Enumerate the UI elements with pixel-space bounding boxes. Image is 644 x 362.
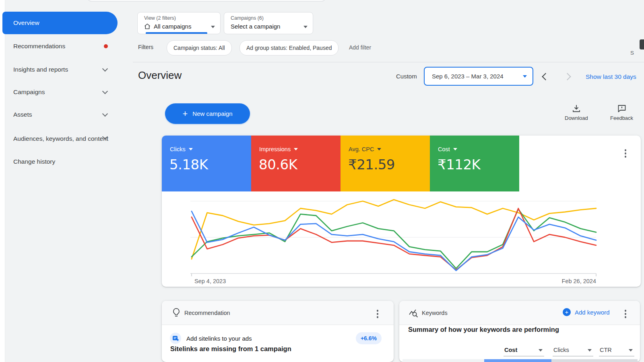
series-impressions xyxy=(192,208,596,270)
right-edge-icon[interactable] xyxy=(640,39,644,49)
metric-card-avg-cpc[interactable]: Avg. CPC ₹21.59 xyxy=(341,136,430,191)
metric-label: Clicks xyxy=(170,146,186,152)
metric-value: ₹21.59 xyxy=(348,156,395,173)
chevron-down-icon xyxy=(523,75,527,78)
add-keyword-button[interactable]: + Add keyword xyxy=(563,308,610,316)
chip-label: Ad group status: Enabled, Paused xyxy=(246,45,332,51)
chevron-down-icon xyxy=(453,148,457,150)
right-edge-label: S xyxy=(630,50,634,56)
keyword-performance-bar xyxy=(399,359,640,362)
new-campaign-button[interactable]: + New campaign xyxy=(165,103,250,124)
view-filter-label: View (2 filters) xyxy=(144,15,176,21)
feedback-label: Feedback xyxy=(610,115,633,121)
add-filter-button[interactable]: Add filter xyxy=(349,44,371,51)
metric-dropdown-ctr[interactable]: CTR xyxy=(599,345,634,356)
sidebar-item-overview[interactable]: Overview xyxy=(2,12,118,34)
sidebar-item-audiences-keywords-content[interactable]: Audiences, keywords, and content xyxy=(5,127,126,151)
metric-label: Impressions xyxy=(259,146,291,152)
sidebar-item-insights-and-reports[interactable]: Insights and reports xyxy=(5,62,126,77)
chevron-down-icon xyxy=(189,148,193,150)
view-filter-value: All campaigns xyxy=(144,23,191,30)
show-last-30-days-link[interactable]: Show last 30 days xyxy=(586,73,636,80)
sidebar-item-campaigns[interactable]: Campaigns xyxy=(5,84,126,100)
sidebar-item-label: Overview xyxy=(2,19,39,27)
keywords-card: Keywords + Add keyword Summary of how yo… xyxy=(399,301,640,362)
active-tab-indicator xyxy=(146,32,207,34)
date-range-picker[interactable]: Sep 6, 2023 – Mar 3, 2024 xyxy=(424,67,533,86)
topbar-fragment xyxy=(87,0,326,2)
uplift-badge: +6.6% xyxy=(356,332,382,344)
trend-line-chart: Sep 4, 2023 Feb 26, 2024 xyxy=(190,192,597,286)
download-label: Download xyxy=(565,115,588,121)
date-mode-label: Custom xyxy=(396,73,417,80)
download-button[interactable]: Download xyxy=(565,105,588,121)
dropdown-value: Cost xyxy=(504,347,517,353)
plus-circle-icon: + xyxy=(563,308,571,316)
download-icon xyxy=(572,105,581,113)
chevron-down-icon xyxy=(629,349,633,352)
x-axis-end-label: Feb 26, 2024 xyxy=(562,278,596,284)
metric-card-impressions[interactable]: Impressions 80.6K xyxy=(251,136,341,191)
dropdown-value: Clicks xyxy=(553,347,569,353)
filters-label: Filters xyxy=(138,44,153,50)
view-filter-select[interactable]: View (2 filters) All campaigns xyxy=(137,12,221,34)
sidebar-item-label: Campaigns xyxy=(13,88,45,96)
sidebar-item-assets[interactable]: Assets xyxy=(5,107,126,122)
recommendation-menu-button[interactable] xyxy=(375,308,380,320)
metric-value: 80.6K xyxy=(259,156,297,173)
x-axis-start-label: Sep 4, 2023 xyxy=(194,278,226,284)
dropdown-value: CTR xyxy=(600,347,612,353)
sidebar-item-label: Insights and reports xyxy=(13,66,68,73)
plus-icon: + xyxy=(182,110,188,118)
feedback-icon xyxy=(617,105,626,113)
metric-label: Cost xyxy=(438,146,450,152)
metric-strip: Clicks 5.18K Impressions 80.6K Avg. CPC … xyxy=(162,136,519,191)
keywords-menu-button[interactable] xyxy=(623,308,628,320)
metric-card-clicks[interactable]: Clicks 5.18K xyxy=(162,136,251,191)
keywords-performance-icon xyxy=(409,309,419,318)
home-icon xyxy=(144,23,151,29)
card-title: Keywords xyxy=(422,310,448,316)
sidebar-item-recommendations[interactable]: Recommendations xyxy=(5,39,126,54)
metric-dropdown-cost[interactable]: Cost xyxy=(504,345,544,356)
divider xyxy=(133,62,644,62)
campaign-select-value: Select a campaign xyxy=(231,23,280,30)
new-campaign-label: New campaign xyxy=(192,110,232,117)
previous-period-button[interactable] xyxy=(542,73,549,80)
next-period-button[interactable] xyxy=(564,73,571,80)
campaign-select[interactable]: Campaigns (6) Select a campaign xyxy=(224,12,313,34)
left-rail xyxy=(0,0,5,362)
series-cost xyxy=(192,209,596,269)
chevron-down-icon xyxy=(294,148,298,150)
date-range-value: Sep 6, 2023 – Mar 3, 2024 xyxy=(425,73,504,80)
sidebar-item-label: Recommendations xyxy=(13,43,65,50)
recommendation-item-title[interactable]: Add sitelinks to your ads xyxy=(186,335,252,342)
google-ads-overview-page: S Overview Recommendations Insights and … xyxy=(0,0,644,362)
recommendation-card: Recommendation Add sitelinks to your ads… xyxy=(162,301,394,362)
metric-value: 5.18K xyxy=(169,156,208,173)
sitelink-icon xyxy=(170,333,181,344)
metric-label: Avg. CPC xyxy=(349,146,374,152)
sidebar-item-label: Audiences, keywords, and content xyxy=(13,134,109,144)
metric-dropdown-clicks[interactable]: Clicks xyxy=(553,345,593,356)
chevron-down-icon xyxy=(303,26,308,28)
page-title: Overview xyxy=(138,69,182,82)
filter-chip-ad-group-status[interactable]: Ad group status: Enabled, Paused xyxy=(239,40,339,56)
card-title: Recommendation xyxy=(184,310,230,316)
chart-card-menu-button[interactable] xyxy=(623,148,628,159)
lightbulb-icon xyxy=(172,308,180,318)
metric-value: ₹112K xyxy=(438,156,480,173)
add-keyword-label: Add keyword xyxy=(575,309,610,316)
sidebar-item-change-history[interactable]: Change history xyxy=(5,154,126,169)
recommendation-subtitle: Sitelinks are missing from 1 campaign xyxy=(170,345,291,353)
feedback-button[interactable]: Feedback xyxy=(610,105,633,121)
overview-chart-card: Clicks 5.18K Impressions 80.6K Avg. CPC … xyxy=(162,136,641,287)
keywords-summary-heading: Summary of how your keywords are perform… xyxy=(408,326,559,333)
sidebar-item-label: Change history xyxy=(13,158,55,165)
campaign-select-label: Campaigns (6) xyxy=(231,15,264,21)
metric-card-cost[interactable]: Cost ₹112K xyxy=(430,136,519,191)
filter-chip-campaign-status[interactable]: Campaign status: All xyxy=(167,40,232,56)
chevron-down-icon xyxy=(539,349,543,352)
chip-label: Campaign status: All xyxy=(173,45,225,51)
chevron-down-icon xyxy=(588,349,592,352)
